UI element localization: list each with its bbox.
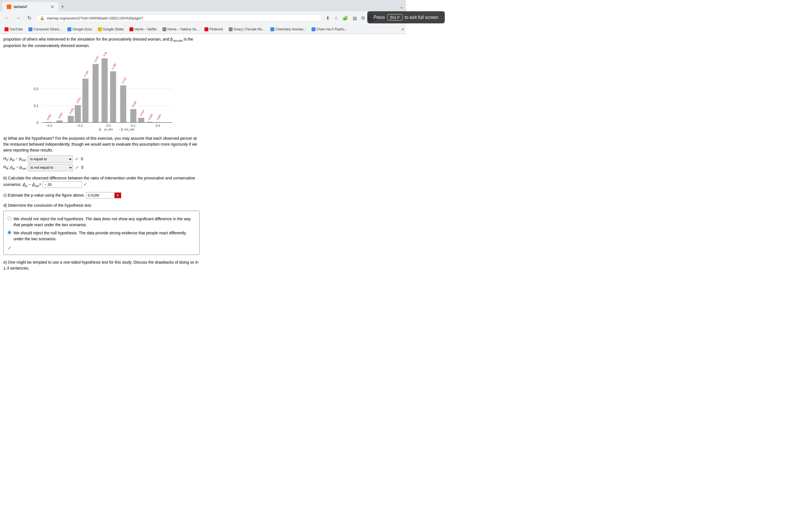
split-view-button[interactable]: ⧉ [360, 14, 366, 22]
bookmark-label: Home – Netflix [135, 27, 157, 31]
histogram: 0 0.1 0.2 0.001 0.003 0.020 0.051 [28, 52, 175, 131]
question-b-input[interactable] [43, 181, 82, 188]
pinterest-favicon [204, 27, 208, 31]
bookmark-google-docs[interactable]: Google Docs [65, 27, 94, 32]
svg-text:pr_sim: pr_sim [104, 128, 113, 131]
svg-rect-16 [93, 64, 99, 122]
question-a-label: a) What are the hypotheses? For the purp… [3, 135, 200, 153]
ha-checkmark: ✓ [75, 164, 79, 171]
question-d-option1[interactable]: We should not reject the null hypothesis… [8, 216, 195, 228]
question-b-label: b) Calculate the observed difference bet… [3, 175, 200, 188]
sidebar-button[interactable]: ▤ [351, 14, 359, 22]
youtube-favicon [4, 27, 8, 31]
svg-text:0.188: 0.188 [111, 63, 117, 70]
h0-label: H0: ppr − pcon [3, 156, 26, 162]
chem-hw5-favicon [312, 27, 315, 31]
tab-close-button[interactable]: ✕ [50, 4, 54, 10]
refresh-button[interactable]: ↻ [25, 13, 34, 22]
question-a: a) What are the hypotheses? For the purp… [3, 135, 200, 171]
h0-answer: 0 [81, 156, 83, 162]
bookmark-label: Home – Yakima Va... [167, 27, 199, 31]
new-tab-button[interactable]: + [59, 3, 66, 11]
page-content: proportion of others who intervened in t… [0, 36, 203, 277]
bookmark-youtube[interactable]: YouTube [2, 27, 25, 32]
svg-text:0.250: 0.250 [103, 52, 108, 57]
svg-text:0.014: 0.014 [139, 109, 145, 116]
h0-checkmark: ✓ [75, 156, 79, 163]
intro-paragraph: proportion of others who intervened in t… [3, 36, 200, 49]
svg-rect-8 [56, 120, 63, 122]
lock-icon: 🔒 [40, 16, 45, 20]
ha-answer: 0 [81, 165, 84, 170]
question-d-label: d) Determine the conclusion of the hypot… [3, 203, 200, 209]
extensions-button[interactable]: 🧩 [341, 14, 350, 22]
question-e: e) One might be tempted to use a one-sid… [3, 260, 200, 271]
fullscreen-tooltip: Press (fn) F to exit full screen [367, 11, 406, 23]
bookmark-label: Ovary | Female Re... [234, 27, 265, 31]
ha-label: HA: ppr − pcon [3, 164, 26, 171]
forward-button[interactable]: → [13, 13, 22, 22]
bookmark-label: Google Docs [72, 27, 92, 31]
question-c-label: c) Estimate the p-value using the figure… [3, 192, 200, 199]
h0-select[interactable]: is equal to is not equal to is less than… [28, 156, 73, 163]
bookmarks-more-button[interactable]: » [402, 27, 404, 31]
svg-text:0.040: 0.040 [132, 101, 137, 108]
svg-rect-24 [130, 109, 137, 122]
svg-text:0.2: 0.2 [34, 87, 39, 91]
bookmark-netflix[interactable]: Home – Netflix [127, 27, 159, 32]
bookmark-button[interactable]: ☆ [333, 14, 340, 22]
bookmark-chemistry-hw[interactable]: Chemistry Homew... [268, 27, 308, 32]
bookmark-yakima[interactable]: Home – Yakima Va... [160, 27, 201, 32]
bookmark-chem-hw5[interactable]: Chem hw 5 Flashc... [309, 27, 350, 32]
bookmark-consumer-direct[interactable]: Consumer Direct... [26, 27, 64, 32]
svg-text:−0.4: −0.4 [46, 124, 52, 127]
svg-text:0.2: 0.2 [131, 124, 135, 127]
svg-text:0.020: 0.020 [69, 107, 74, 114]
svg-text:−0.2: −0.2 [77, 124, 83, 127]
bookmark-pinterest[interactable]: Pinterest [202, 27, 225, 32]
fn-key-badge: (fn) F [388, 14, 403, 20]
svg-text:p̂: p̂ [99, 128, 101, 131]
google-docs-favicon [67, 27, 71, 31]
bookmark-label: Chemistry Homew... [275, 27, 306, 31]
svg-text:0.210: 0.210 [94, 55, 99, 62]
svg-text:0.1: 0.1 [34, 104, 39, 108]
svg-rect-22 [120, 86, 126, 122]
share-button[interactable]: ⬆ [324, 14, 331, 22]
bookmark-label: Pinterest [209, 27, 223, 31]
tabs-dropdown-button[interactable]: ⌄ [400, 4, 404, 10]
question-d-option2[interactable]: We should reject the null hypothesis. Th… [8, 230, 195, 242]
svg-rect-26 [138, 118, 144, 122]
svg-rect-20 [110, 71, 116, 122]
svg-text:− p̂: − p̂ [118, 128, 123, 131]
bookmark-ovary[interactable]: Ovary | Female Re... [226, 27, 267, 32]
back-button[interactable]: ← [2, 13, 11, 22]
address-bar[interactable]: 🔒 wamap.org/assess2/?cid=34009&aid=18921… [36, 14, 322, 22]
tab-bar: WAMAP ✕ + ⌄ [0, 0, 406, 11]
svg-rect-18 [101, 58, 108, 122]
bookmark-label: YouTube [10, 27, 23, 31]
nav-bar: ← → ↻ 🔒 wamap.org/assess2/?cid=34009&aid… [0, 11, 406, 25]
svg-text:0.001: 0.001 [46, 114, 52, 121]
question-d-radio1[interactable] [8, 217, 11, 220]
svg-rect-12 [75, 105, 81, 122]
ha-select[interactable]: is equal to is not equal to is less than… [28, 164, 73, 171]
question-d-checkmark: ✓ [8, 244, 195, 252]
question-b-checkmark: ✓ [84, 182, 87, 187]
question-d: d) Determine the conclusion of the hypot… [3, 203, 200, 255]
active-tab[interactable]: WAMAP ✕ [2, 2, 59, 11]
browser-chrome: WAMAP ✕ + ⌄ ← → ↻ 🔒 wamap.org/assess2/?c… [0, 0, 406, 34]
tab-title: WAMAP [13, 5, 28, 9]
svg-rect-14 [82, 78, 89, 122]
svg-text:0.002: 0.002 [148, 113, 153, 120]
bookmark-label: Google Slides [103, 27, 124, 31]
question-d-radio2[interactable] [8, 231, 11, 234]
question-d-option2-label: We should reject the null hypothesis. Th… [13, 230, 195, 242]
bookmark-google-slides[interactable]: Google Slides [96, 27, 126, 32]
svg-text:0.0: 0.0 [106, 124, 110, 127]
bookmarks-bar: YouTube Consumer Direct... Google Docs G… [0, 25, 406, 34]
svg-text:0.001: 0.001 [156, 114, 162, 121]
question-c-input[interactable] [86, 192, 114, 198]
question-c-clear-button[interactable]: ✕ [114, 193, 121, 198]
fullscreen-exit-text: to exit full screen [405, 15, 406, 20]
